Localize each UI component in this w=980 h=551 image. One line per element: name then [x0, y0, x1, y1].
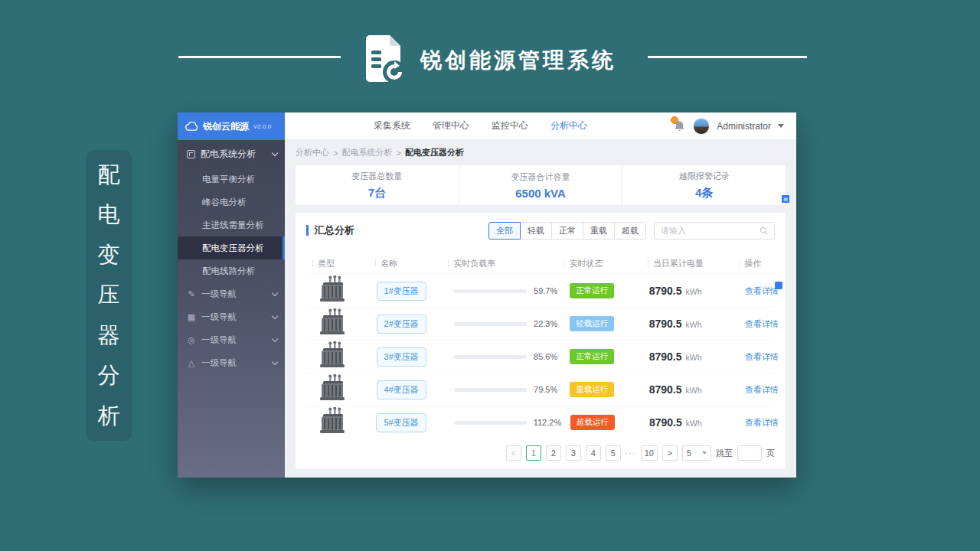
- sidebar-item-energy-balance[interactable]: 电量平衡分析: [178, 168, 285, 191]
- filter-over-button[interactable]: 超载: [614, 222, 646, 240]
- top-navigation: 采集系统 管理中心 监控中心 分析中心: [374, 119, 587, 132]
- sidebar-item-label: 配电线路分析: [202, 266, 255, 277]
- vertical-label-char: 压: [98, 280, 120, 311]
- notification-bell-icon[interactable]: [674, 120, 686, 132]
- sidebar: 锐创云能源 V2.0.0 配电系统分析 电量平衡分析 峰谷电分析 主进线需量分析…: [178, 112, 285, 478]
- circle-check-icon: ◎: [187, 335, 196, 345]
- tab-collection-system[interactable]: 采集系统: [374, 119, 410, 132]
- breadcrumb-item[interactable]: 分析中心: [296, 147, 329, 158]
- energy-value: 8790.5: [649, 285, 682, 297]
- chevron-down-icon: [272, 358, 278, 364]
- name-badge-icon: ▤: [782, 195, 789, 203]
- load-progress-bar: [454, 322, 527, 326]
- transformer-photo: [317, 276, 348, 303]
- page-number-button[interactable]: 3: [566, 445, 581, 461]
- load-percent-label: 79.5%: [534, 385, 557, 394]
- edit-icon: ✎: [187, 289, 196, 299]
- panel-header: 汇总分析 全部 轻载 正常 重载 超载: [306, 213, 775, 248]
- transformer-name-button[interactable]: 5#变压器: [376, 413, 426, 432]
- sidebar-group-power-distribution[interactable]: 配电系统分析: [178, 140, 285, 168]
- pagination: < 1 2 3 4 5 ··· 10 > 5 跳至 页: [506, 445, 775, 461]
- sidebar-item-main-line-demand[interactable]: 主进线需量分析: [178, 214, 285, 236]
- avatar[interactable]: [693, 118, 710, 135]
- tab-management-center[interactable]: 管理中心: [433, 119, 469, 132]
- username-label[interactable]: Administrator: [717, 121, 771, 132]
- sidebar-item-transformer-analysis[interactable]: 配电变压器分析: [178, 236, 285, 259]
- cloud-icon: [185, 122, 198, 131]
- sidebar-item-label: 峰谷电分析: [202, 197, 247, 208]
- transformer-name-button[interactable]: 3#变压器: [377, 347, 426, 367]
- col-header-daily-energy: 当日累计电量: [642, 258, 733, 269]
- view-details-link[interactable]: 查看详情: [745, 351, 779, 363]
- table-row: 4#变压器▤79.5%重载运行8790.5kWh查看详情: [306, 373, 775, 406]
- page-prev-button[interactable]: <: [506, 445, 521, 461]
- transformer-name-button[interactable]: 1#变压器: [377, 282, 426, 301]
- table-row: 2#变压器▤22.3%轻载运行8790.5kWh查看详情: [306, 307, 775, 340]
- col-header-type: 类型: [306, 258, 369, 269]
- sidebar-group-label: 一级导航: [201, 289, 237, 300]
- energy-unit: kWh: [685, 353, 701, 362]
- sidebar-item-line-analysis[interactable]: 配电线路分析: [178, 259, 285, 282]
- filter-all-button[interactable]: 全部: [488, 222, 521, 240]
- page-number-button[interactable]: 5: [606, 445, 621, 461]
- stat-transformer-count: 变压器总数量 7台: [296, 165, 459, 205]
- page-number-button[interactable]: 10: [641, 445, 658, 461]
- breadcrumb: 分析中心 > 配电系统分析 > 配电变压器分析: [296, 147, 796, 158]
- vertical-label-char: 配: [98, 160, 120, 191]
- col-header-name: 名称: [369, 258, 443, 269]
- user-menu-caret-icon[interactable]: [778, 124, 784, 128]
- view-details-link[interactable]: 查看详情: [745, 417, 779, 429]
- chevron-down-icon: [272, 312, 278, 318]
- filter-normal-button[interactable]: 正常: [551, 222, 583, 240]
- view-details-link[interactable]: 查看详情: [745, 384, 779, 396]
- status-badge: 轻载运行: [570, 316, 614, 331]
- filter-light-button[interactable]: 轻载: [520, 222, 552, 240]
- table-header-row: 类型 名称 实时负载率 实时状态 当日累计电量 操作: [306, 253, 775, 274]
- sidebar-group-nav-4[interactable]: △ 一级导航: [178, 351, 285, 374]
- page-number-button[interactable]: 2: [546, 445, 561, 461]
- sidebar-group-nav-1[interactable]: ✎ 一级导航: [178, 282, 285, 305]
- stat-label: 变压器合计容量: [511, 171, 570, 183]
- transformer-photo: [317, 341, 348, 369]
- load-progress-bar: [454, 355, 527, 359]
- table-row: 5#变压器▤112.2%超载运行8790.5kWh查看详情: [306, 406, 775, 439]
- page-number-button[interactable]: 4: [586, 445, 601, 461]
- load-percent-label: 85.6%: [534, 352, 557, 361]
- stat-value: 4条: [695, 186, 713, 201]
- app-logo-version: V2.0.0: [253, 123, 271, 130]
- energy-value: 8790.5: [649, 416, 682, 429]
- breadcrumb-item[interactable]: 配电系统分析: [341, 147, 392, 158]
- sidebar-group-nav-3[interactable]: ◎ 一级导航: [178, 328, 285, 351]
- breadcrumb-separator: >: [396, 148, 400, 158]
- filter-heavy-button[interactable]: 重载: [583, 222, 615, 240]
- jump-page-input[interactable]: [737, 445, 762, 461]
- page-next-button[interactable]: >: [662, 445, 678, 461]
- page-size-select[interactable]: 5: [682, 445, 711, 461]
- load-percent-label: 22.3%: [534, 319, 557, 328]
- notification-badge: [671, 116, 678, 124]
- panel-title: 汇总分析: [306, 225, 354, 236]
- vertical-label-char: 析: [98, 401, 120, 432]
- transformer-name-button[interactable]: 2#变压器: [377, 315, 426, 334]
- app-logo[interactable]: 锐创云能源 V2.0.0: [178, 112, 285, 140]
- sidebar-item-peak-valley[interactable]: 峰谷电分析: [178, 191, 285, 214]
- tab-analysis-center[interactable]: 分析中心: [550, 119, 587, 132]
- search-input[interactable]: [661, 226, 760, 235]
- page-number-button[interactable]: 1: [526, 445, 541, 461]
- sidebar-group-nav-2[interactable]: ▦ 一级导航: [178, 305, 285, 328]
- vertical-label-char: 器: [98, 321, 120, 351]
- view-details-link[interactable]: 查看详情: [745, 285, 779, 297]
- load-percent-label: 59.7%: [534, 286, 557, 295]
- stat-alarm-records: 越限报警记录 4条: [622, 165, 786, 205]
- page-ellipsis[interactable]: ···: [626, 448, 636, 458]
- col-header-load-rate: 实时负载率: [442, 258, 557, 269]
- col-header-status: 实时状态: [557, 258, 641, 269]
- transformer-name-button[interactable]: 4#变压器: [377, 380, 426, 399]
- transformer-photo: [317, 407, 348, 435]
- energy-unit: kWh: [686, 419, 702, 428]
- search-box[interactable]: [654, 222, 775, 240]
- energy-unit: kWh: [685, 320, 701, 329]
- view-details-link[interactable]: 查看详情: [745, 318, 779, 330]
- energy-unit: kWh: [685, 287, 701, 296]
- tab-monitoring-center[interactable]: 监控中心: [492, 119, 528, 132]
